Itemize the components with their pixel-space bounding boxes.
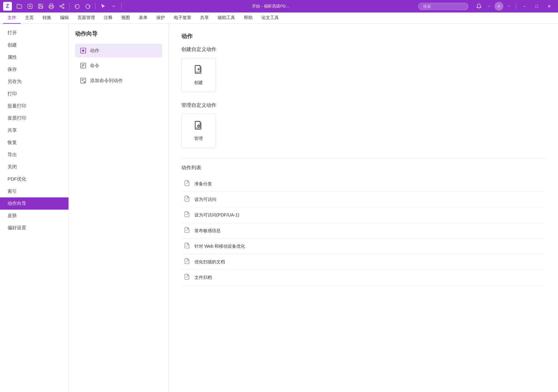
menu-item-convert[interactable]: 转换 — [38, 12, 56, 24]
nav-item-command-label: 命令 — [90, 63, 99, 69]
action-list-item-6[interactable]: 文件归档 — [181, 270, 545, 285]
nav-item-add-command[interactable]: 添加命令到动作 — [75, 74, 162, 87]
toolbar-sep-1 — [69, 3, 70, 9]
action-list-label-4: 针对 Web 和移动设备优化 — [194, 244, 245, 249]
bell-btn[interactable] — [475, 2, 483, 11]
user-avatar[interactable]: A — [495, 2, 503, 11]
svg-rect-3 — [50, 7, 53, 9]
action-icon — [79, 47, 87, 54]
create-action-icon — [194, 65, 204, 77]
undo-btn[interactable] — [73, 2, 82, 11]
manage-action-card[interactable]: 管理 — [181, 114, 216, 148]
sidebar-item-invoice-print[interactable]: 发票打印 — [0, 112, 68, 124]
create-action-card[interactable]: 创建 — [181, 58, 216, 92]
redo-btn[interactable] — [83, 2, 92, 11]
menu-item-home[interactable]: 主页 — [21, 12, 38, 24]
save-btn[interactable] — [36, 2, 45, 11]
action-list-icon-0 — [184, 180, 190, 188]
sidebar-item-preferences[interactable]: 偏好设置 — [0, 222, 68, 234]
svg-point-5 — [60, 6, 61, 7]
action-list-label-5: 优化扫描的文档 — [194, 259, 225, 265]
action-list-icon-6 — [184, 274, 190, 281]
action-list-item-0[interactable]: 准备分发 — [181, 176, 545, 192]
right-panel-title: 动作 — [181, 32, 545, 40]
dropdown-user-btn[interactable] — [505, 2, 513, 11]
action-list-icon-1 — [184, 196, 190, 203]
menu-item-share[interactable]: 共享 — [196, 12, 213, 24]
nav-item-action[interactable]: 动作 — [75, 44, 162, 57]
middle-panel: 动作向导 动作 — [69, 24, 169, 392]
sidebar-item-restore[interactable]: 恢复 — [0, 136, 68, 149]
manage-action-icon — [194, 121, 204, 133]
sidebar-item-pdf-optimize[interactable]: PDF优化 — [0, 173, 68, 185]
print-btn[interactable] — [47, 2, 56, 11]
open-folder-btn[interactable] — [15, 2, 24, 11]
search-input[interactable] — [418, 3, 468, 10]
sidebar-item-open[interactable]: 打开 — [0, 27, 68, 39]
sidebar: 打开 创建 属性 保存 另存为 打印 批量打印 发票打印 共享 恢复 导出 关闭… — [0, 24, 69, 392]
action-list-label-2: 设为可访问(PDF/UA-1) — [194, 212, 239, 218]
action-list-item-1[interactable]: 设为可访问 — [181, 192, 545, 207]
sidebar-item-saveas[interactable]: 另存为 — [0, 76, 68, 88]
menu-item-help[interactable]: 帮助 — [239, 12, 257, 24]
create-section-title: 创建自定义动作 — [181, 46, 545, 53]
panel-title: 动作向导 — [75, 30, 162, 37]
action-list-item-5[interactable]: 优化扫描的文档 — [181, 254, 545, 270]
dropdown-btn[interactable] — [109, 2, 118, 11]
sidebar-item-properties[interactable]: 属性 — [0, 51, 68, 63]
action-list-icon-4 — [184, 242, 190, 250]
action-list-label-3: 发布敏感信息 — [194, 228, 221, 234]
menu-item-esign[interactable]: 电子签章 — [169, 12, 196, 24]
sidebar-item-share[interactable]: 共享 — [0, 124, 68, 136]
command-icon — [79, 62, 87, 69]
dropdown-bell-btn[interactable] — [485, 2, 493, 11]
titlebar-sep-win — [516, 3, 516, 9]
cursor-btn[interactable] — [99, 2, 108, 11]
menu-item-annotation[interactable]: 注释 — [99, 12, 117, 24]
nav-item-add-command-label: 添加命令到动作 — [90, 78, 123, 84]
action-list-icon-5 — [184, 258, 190, 266]
close-btn[interactable]: ✕ — [544, 2, 555, 11]
sidebar-item-export[interactable]: 导出 — [0, 149, 68, 161]
action-list-item-4[interactable]: 针对 Web 和移动设备优化 — [181, 239, 545, 254]
svg-line-7 — [61, 7, 63, 7]
sidebar-item-action-wizard[interactable]: 动作向导 — [0, 197, 68, 210]
menu-item-view[interactable]: 视图 — [117, 12, 134, 24]
new-btn[interactable] — [26, 2, 34, 11]
create-action-cards: 创建 — [181, 58, 545, 92]
list-section-title: 动作列表 — [181, 165, 545, 171]
menu-item-protect[interactable]: 保护 — [152, 12, 169, 24]
minimize-btn[interactable]: − — [519, 2, 530, 11]
menu-item-tools[interactable]: 辅助工具 — [213, 12, 239, 24]
action-list-item-3[interactable]: 发布敏感信息 — [181, 223, 545, 239]
sidebar-item-print[interactable]: 打印 — [0, 88, 68, 100]
menu-item-thesis[interactable]: 论文工具 — [257, 12, 283, 24]
manage-section-title: 管理自定义动作 — [181, 102, 545, 109]
maximize-btn[interactable]: □ — [531, 2, 542, 11]
window-title: 开始 - 福昕高级PD... — [123, 3, 418, 9]
menu-item-form[interactable]: 表单 — [134, 12, 152, 24]
sidebar-item-index[interactable]: 索引 — [0, 185, 68, 197]
sidebar-item-batch-print[interactable]: 批量打印 — [0, 100, 68, 112]
section-divider — [181, 158, 545, 158]
titlebar: Z 开始 - 福昕高级PD... — [0, 0, 558, 12]
share-btn[interactable] — [58, 2, 66, 11]
content: 动作向导 动作 — [69, 24, 558, 392]
svg-line-8 — [61, 5, 63, 6]
app-logo: Z — [3, 2, 12, 11]
menu-item-file[interactable]: 文件 — [3, 12, 21, 24]
app-body: 打开 创建 属性 保存 另存为 打印 批量打印 发票打印 共享 恢复 导出 关闭… — [0, 24, 558, 392]
sidebar-item-close[interactable]: 关闭 — [0, 161, 68, 173]
sidebar-item-save[interactable]: 保存 — [0, 63, 68, 76]
nav-item-command[interactable]: 命令 — [75, 59, 162, 72]
sidebar-item-skin[interactable]: 皮肤 — [0, 210, 68, 222]
right-panel: 动作 创建自定义动作 创建 管理自定义动作 — [169, 24, 558, 392]
menu-item-edit[interactable]: 编辑 — [56, 12, 73, 24]
manage-action-label: 管理 — [194, 136, 203, 141]
menu-item-page[interactable]: 页面管理 — [73, 12, 99, 24]
action-list-item-2[interactable]: 设为可访问(PDF/UA-1) — [181, 207, 545, 223]
menubar: 文件 主页 转换 编辑 页面管理 注释 视图 表单 保护 电子签章 共享 辅助工… — [0, 12, 558, 24]
add-command-icon — [79, 77, 87, 84]
sidebar-item-create[interactable]: 创建 — [0, 39, 68, 51]
manage-action-cards: 管理 — [181, 114, 545, 148]
